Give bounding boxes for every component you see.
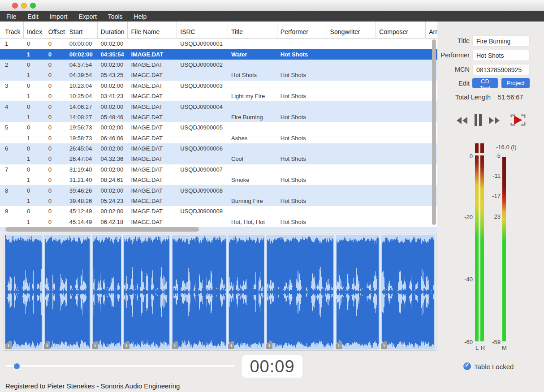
cell-composer <box>376 60 426 70</box>
column-header-track[interactable]: Track <box>0 22 24 38</box>
cell-file <box>128 39 177 49</box>
cell-offset: 0 <box>45 112 66 122</box>
menu-file[interactable]: File <box>6 13 17 20</box>
position-slider-thumb[interactable] <box>14 363 20 369</box>
playhead <box>5 235 6 349</box>
cell-title <box>228 206 277 216</box>
fast-forward-button[interactable] <box>488 116 501 126</box>
cell-track <box>0 154 24 164</box>
menu-tools[interactable]: Tools <box>108 13 123 20</box>
table-locked-label: Table Locked <box>474 363 514 370</box>
column-header-title[interactable]: Title <box>228 22 277 38</box>
table-row[interactable]: 1026:47:0404:32:36IMAGE.DATCoolHot Shots <box>0 154 437 164</box>
horizontal-scrollbar[interactable] <box>5 227 199 232</box>
table-row[interactable]: 1010:25:0403:41:23IMAGE.DATLight my Fire… <box>0 91 437 101</box>
pause-button[interactable] <box>474 114 483 128</box>
table-row[interactable]: 1019:58:7306:46:06IMAGE.DATAshesHot Shot… <box>0 133 437 143</box>
table-row[interactable]: 30010:23:0400:02:00IMAGE.DATUSQDJ0900003 <box>0 81 437 91</box>
cell-file: IMAGE.DAT <box>128 101 177 112</box>
table-row[interactable]: 70031:19:4000:02:00IMAGE.DATUSQDJ0900007 <box>0 164 437 175</box>
cell-offset: 0 <box>45 49 66 59</box>
cell-duration: 00:02:00 <box>98 39 128 49</box>
rewind-icon <box>456 116 468 125</box>
table-row[interactable]: 40014:06:2700:02:00IMAGE.DATUSQDJ0900004 <box>0 101 437 112</box>
column-header-arr[interactable]: Arr <box>426 22 437 38</box>
table-row[interactable]: 1031:21:4008:24:61IMAGE.DATSmokeHot Shot… <box>0 175 437 185</box>
column-header-performer[interactable]: Performer <box>277 22 327 38</box>
cell-composer <box>376 49 426 59</box>
cell-track <box>0 49 24 59</box>
table-row[interactable]: 80039:46:2600:02:00IMAGE.DATUSQDJ0900008 <box>0 185 437 195</box>
cell-duration: 00:02:00 <box>98 122 128 133</box>
column-header-offset[interactable]: Offset <box>45 22 66 38</box>
table-row[interactable]: 1000:02:0004:35:54IMAGE.DATWaterHot Shot… <box>0 49 437 59</box>
table-row[interactable]: 1039:48:2605:24:23IMAGE.DATBurning FireH… <box>0 196 437 206</box>
cd-text-button[interactable]: CD Text <box>472 78 498 88</box>
table-row[interactable]: 1014:08:2705:48:46IMAGE.DATFire BurningH… <box>0 112 437 122</box>
table-row[interactable]: 10000:00:0000:02:00USQDJ0900001 <box>0 39 437 49</box>
position-slider-track[interactable] <box>5 365 236 368</box>
app-window: File Edit Import Export Tools Help Track… <box>0 0 544 392</box>
cell-title <box>228 60 277 70</box>
cell-index: 1 <box>24 70 45 80</box>
cell-track: 7 <box>0 164 24 175</box>
cell-start: 26:47:04 <box>66 154 98 164</box>
cell-isrc <box>177 175 228 185</box>
channel-label-right: R <box>481 345 485 351</box>
play-to-end-button[interactable] <box>510 113 526 129</box>
table-row[interactable]: 20004:37:5400:02:00IMAGE.DATUSQDJ0900002 <box>0 60 437 70</box>
cell-duration: 05:24:23 <box>98 196 128 206</box>
table-row[interactable]: 1045:14:4906:42:18IMAGE.DATHot, Hot, Hot… <box>0 217 437 227</box>
total-length-value: 51:56:67 <box>498 94 523 101</box>
table-row[interactable]: 60026:45:0400:02:00IMAGE.DATUSQDJ0900006 <box>0 143 437 154</box>
vertical-scrollbar[interactable] <box>432 39 436 225</box>
cell-isrc: USQDJ0900004 <box>177 101 228 112</box>
close-button[interactable] <box>12 3 18 9</box>
cell-track: 1 <box>0 39 24 49</box>
cell-songwriter <box>327 49 376 59</box>
column-header-composer[interactable]: Composer <box>376 22 426 38</box>
menu-edit[interactable]: Edit <box>28 13 39 20</box>
column-header-file[interactable]: File Name <box>128 22 177 38</box>
menu-help[interactable]: Help <box>134 13 147 20</box>
column-header-isrc[interactable]: ISRC <box>177 22 228 38</box>
title-field[interactable] <box>472 35 530 47</box>
cell-file: IMAGE.DAT <box>128 133 177 143</box>
cell-offset: 0 <box>45 154 66 164</box>
cell-isrc: USQDJ0900006 <box>177 143 228 154</box>
cell-index: 1 <box>24 133 45 143</box>
cell-offset: 0 <box>45 39 66 49</box>
cell-file: IMAGE.DAT <box>128 175 177 185</box>
cell-index: 0 <box>24 81 45 91</box>
rewind-button[interactable] <box>456 116 468 126</box>
cell-songwriter <box>327 206 376 216</box>
column-header-start[interactable]: Start <box>66 22 98 38</box>
column-header-songwriter[interactable]: Songwriter <box>327 22 376 38</box>
column-header-index[interactable]: Index <box>24 22 45 38</box>
cell-track <box>0 112 24 122</box>
table-body: 10000:00:0000:02:00USQDJ09000011000:02:0… <box>0 39 437 227</box>
cell-offset: 0 <box>45 175 66 185</box>
cell-file: IMAGE.DAT <box>128 81 177 91</box>
loudness-scale-tick: -5 <box>495 152 501 159</box>
cell-duration: 06:46:06 <box>98 133 128 143</box>
cell-offset: 0 <box>45 122 66 133</box>
table-row[interactable]: 90045:12:4900:02:00IMAGE.DATUSQDJ0900009 <box>0 206 437 216</box>
mcn-field[interactable] <box>472 64 530 75</box>
cell-start: 14:06:27 <box>66 101 98 112</box>
project-button[interactable]: Project <box>501 78 530 88</box>
column-header-duration[interactable]: Duration <box>98 22 128 38</box>
cell-track: 5 <box>0 122 24 133</box>
menu-import[interactable]: Import <box>50 13 68 20</box>
cell-file: IMAGE.DAT <box>128 154 177 164</box>
performer-field[interactable] <box>472 50 530 61</box>
cell-start: 39:46:26 <box>66 185 98 195</box>
cell-offset: 0 <box>45 217 66 227</box>
menu-export[interactable]: Export <box>78 13 96 20</box>
zoom-button[interactable] <box>30 3 36 9</box>
table-row[interactable]: 50019:56:7300:02:00IMAGE.DATUSQDJ0900005 <box>0 122 437 133</box>
table-row[interactable]: 1004:39:5405:43:25IMAGE.DATHot ShotsHot … <box>0 70 437 80</box>
minimize-button[interactable] <box>21 3 27 9</box>
waveform-canvas[interactable] <box>5 235 435 349</box>
table-locked-checkbox[interactable] <box>463 362 471 370</box>
